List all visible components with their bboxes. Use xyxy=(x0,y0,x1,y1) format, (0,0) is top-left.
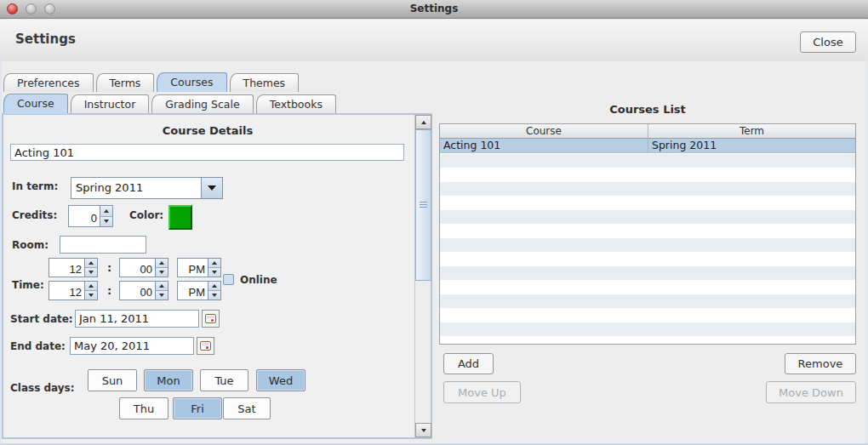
add-button[interactable]: Add xyxy=(443,353,494,374)
table-empty-rows[interactable] xyxy=(440,154,855,344)
end-hour-spinner[interactable] xyxy=(49,281,98,300)
header-bar: Settings Close xyxy=(0,20,868,61)
day-toggle-sun[interactable]: Sun xyxy=(88,369,137,391)
room-input[interactable] xyxy=(60,236,146,254)
form-scrollbar[interactable] xyxy=(414,115,431,437)
day-toggle-wed[interactable]: Wed xyxy=(256,369,306,391)
spinner-up-icon[interactable] xyxy=(100,206,112,216)
course-color-swatch[interactable] xyxy=(168,205,192,230)
window-title: Settings xyxy=(0,3,868,14)
spinner-up-icon[interactable] xyxy=(85,259,97,267)
end-ampm-input[interactable] xyxy=(177,281,208,300)
tab-textbooks[interactable]: Textbooks xyxy=(256,94,336,113)
spinner-up-icon[interactable] xyxy=(156,282,168,290)
day-toggle-mon[interactable]: Mon xyxy=(144,369,193,391)
courses-table[interactable]: Course Term Acting 101 Spring 2011 xyxy=(439,123,856,345)
start-ampm-spinner[interactable] xyxy=(177,258,221,277)
tab-terms[interactable]: Terms xyxy=(96,73,155,92)
tab-themes[interactable]: Themes xyxy=(230,73,300,92)
term-select-value: Spring 2011 xyxy=(71,178,201,198)
time-separator: : xyxy=(107,261,111,274)
credits-spinner[interactable] xyxy=(68,205,113,227)
move-up-button[interactable]: Move Up xyxy=(443,381,521,403)
calendar-icon xyxy=(200,341,211,351)
scroll-down-icon[interactable] xyxy=(415,423,431,437)
day-toggle-fri[interactable]: Fri xyxy=(173,397,222,419)
remove-button[interactable]: Remove xyxy=(785,353,856,374)
start-date-label: Start date: xyxy=(10,313,73,325)
course-details-pane: Course Details In term: Spring 2011 Cred… xyxy=(2,113,432,439)
settings-window: Settings Settings Close Preferences Term… xyxy=(0,0,868,445)
page-title: Settings xyxy=(15,31,76,47)
course-details-title: Course Details xyxy=(3,124,412,137)
credits-input[interactable] xyxy=(68,205,100,227)
online-label: Online xyxy=(240,274,277,286)
end-minute-spinner[interactable] xyxy=(119,281,168,300)
start-hour-input[interactable] xyxy=(49,258,85,277)
day-toggle-tue[interactable]: Tue xyxy=(200,369,248,391)
spinner-up-icon[interactable] xyxy=(208,259,220,267)
end-ampm-spinner[interactable] xyxy=(177,281,221,300)
courses-table-header[interactable]: Course Term xyxy=(440,124,855,139)
table-row[interactable]: Acting 101 Spring 2011 xyxy=(440,139,855,153)
color-label: Color: xyxy=(129,209,163,221)
tab-preferences[interactable]: Preferences xyxy=(3,73,94,92)
spinner-down-icon[interactable] xyxy=(208,290,220,300)
courses-list-title: Courses List xyxy=(439,103,856,116)
online-checkbox[interactable] xyxy=(223,274,234,285)
end-date-input[interactable] xyxy=(70,337,194,355)
spinner-up-icon[interactable] xyxy=(85,282,97,290)
tab-instructor[interactable]: Instructor xyxy=(71,94,150,113)
spinner-up-icon[interactable] xyxy=(156,259,168,267)
scroll-up-icon[interactable] xyxy=(415,115,431,129)
credits-label: Credits: xyxy=(12,209,57,221)
tab-courses[interactable]: Courses xyxy=(157,72,226,92)
term-select-button[interactable] xyxy=(201,178,222,198)
spinner-down-icon[interactable] xyxy=(208,267,220,277)
tab-grading-scale[interactable]: Grading Scale xyxy=(151,94,253,113)
start-date-picker-button[interactable] xyxy=(202,310,220,328)
room-label: Room: xyxy=(12,239,49,251)
main-tab-bar: Preferences Terms Courses Themes xyxy=(3,72,301,92)
time-label: Time: xyxy=(12,279,44,291)
spinner-down-icon[interactable] xyxy=(156,267,168,277)
term-select[interactable]: Spring 2011 xyxy=(71,177,223,199)
in-term-label: In term: xyxy=(12,180,58,192)
close-button[interactable]: Close xyxy=(800,31,856,53)
scrollbar-grip-icon xyxy=(420,202,427,208)
cell-course: Acting 101 xyxy=(440,139,648,152)
spinner-down-icon[interactable] xyxy=(156,290,168,300)
end-hour-input[interactable] xyxy=(49,281,85,300)
scrollbar-thumb[interactable] xyxy=(415,129,431,281)
titlebar[interactable]: Settings xyxy=(0,0,868,19)
cell-term: Spring 2011 xyxy=(648,139,855,152)
move-down-button[interactable]: Move Down xyxy=(766,381,856,403)
class-days-label: Class days: xyxy=(10,382,75,394)
end-minute-input[interactable] xyxy=(119,281,156,300)
spinner-down-icon[interactable] xyxy=(100,216,112,227)
start-date-input[interactable] xyxy=(75,310,199,328)
start-minute-spinner[interactable] xyxy=(119,258,168,277)
tab-course[interactable]: Course xyxy=(3,94,68,113)
chevron-down-icon xyxy=(208,185,216,191)
time-separator: : xyxy=(107,284,111,297)
end-date-label: End date: xyxy=(10,340,66,352)
sub-tab-bar: Course Instructor Grading Scale Textbook… xyxy=(3,94,339,113)
day-toggle-sat[interactable]: Sat xyxy=(223,397,271,419)
start-ampm-input[interactable] xyxy=(177,258,208,277)
course-name-input[interactable] xyxy=(10,144,404,161)
end-date-picker-button[interactable] xyxy=(197,337,214,355)
spinner-down-icon[interactable] xyxy=(85,290,97,300)
calendar-icon xyxy=(205,314,216,323)
column-header-term[interactable]: Term xyxy=(648,124,855,138)
start-minute-input[interactable] xyxy=(119,258,156,277)
spinner-down-icon[interactable] xyxy=(85,267,97,277)
day-toggle-thu[interactable]: Thu xyxy=(119,397,168,419)
start-hour-spinner[interactable] xyxy=(49,258,98,277)
column-header-course[interactable]: Course xyxy=(440,124,648,138)
spinner-up-icon[interactable] xyxy=(208,282,220,290)
